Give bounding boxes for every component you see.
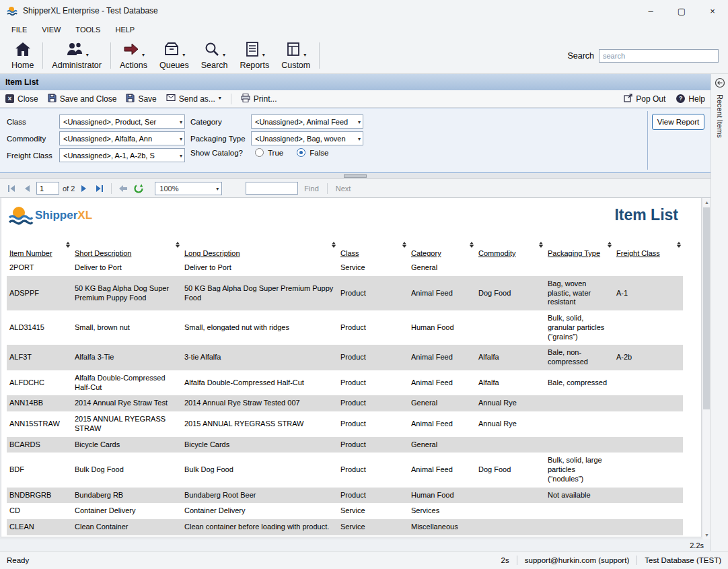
zoom-select[interactable]: 100% ▾	[155, 182, 222, 195]
send-as-button[interactable]: Send as... ▾	[166, 94, 221, 104]
help-button[interactable]: ? Help	[676, 94, 705, 104]
recent-items-panel[interactable]: Recent Items	[711, 74, 728, 551]
sort-icon[interactable]	[539, 242, 543, 248]
packaging-type-filter-select[interactable]: <Unassigned>, Bag, woven ▾	[251, 131, 363, 145]
table-cell: Product	[338, 370, 408, 396]
chevron-down-icon: ▾	[223, 53, 225, 59]
show-catalog-false-radio[interactable]	[297, 148, 305, 157]
first-page-button[interactable]	[5, 182, 17, 195]
show-catalog-true-radio[interactable]	[255, 148, 264, 157]
packaging-type-filter-label: Packaging Type	[190, 135, 251, 143]
reports-document-icon	[244, 41, 260, 59]
refresh-button[interactable]	[133, 182, 145, 195]
table-cell	[545, 260, 614, 276]
column-header-item-number[interactable]: Item Number	[7, 240, 72, 260]
column-header-category[interactable]: Category	[408, 240, 476, 260]
commodity-filter-select[interactable]: <Unassigned>, Alfalfa, Ann ▾	[59, 131, 185, 145]
report-vertical-scrollbar[interactable]: ▲ ▼	[702, 198, 711, 539]
sort-icon[interactable]	[66, 242, 70, 248]
category-filter-select[interactable]: <Unassigned>, Animal Feed ▾	[251, 114, 363, 129]
previous-page-button[interactable]	[21, 182, 33, 195]
chevron-down-icon: ▾	[219, 96, 221, 102]
table-cell: BCARDS	[7, 437, 72, 453]
sort-icon[interactable]	[176, 242, 180, 248]
scroll-up-icon[interactable]: ▲	[702, 198, 711, 207]
toolbar-button-search[interactable]: ▾ Search	[195, 39, 234, 72]
minimize-button[interactable]: –	[635, 0, 666, 22]
auto-hide-pin-icon[interactable]	[715, 77, 725, 90]
last-page-button[interactable]	[94, 182, 106, 195]
menu-view[interactable]: VIEW	[34, 23, 68, 36]
page-title: Item List	[5, 77, 38, 87]
menu-tools[interactable]: TOOLS	[68, 23, 108, 36]
menu-help[interactable]: HELP	[108, 23, 142, 36]
sort-icon[interactable]	[332, 242, 336, 248]
class-filter-value: <Unassigned>, Product, Ser	[63, 118, 156, 126]
column-header-class[interactable]: Class	[338, 240, 408, 260]
statusbar-separator	[517, 556, 517, 565]
chevron-down-icon: ▾	[358, 119, 361, 125]
save-button[interactable]: Save	[126, 94, 156, 104]
column-header-commodity[interactable]: Commodity	[476, 240, 545, 260]
global-search-input[interactable]	[599, 49, 719, 63]
table-cell	[476, 535, 545, 537]
table-cell: Product	[338, 345, 408, 370]
column-header-packaging-type[interactable]: Packaging Type	[545, 240, 614, 260]
pop-out-button[interactable]: Pop Out	[624, 94, 665, 104]
page-count-label: of 2	[63, 185, 75, 193]
view-report-button[interactable]: View Report	[652, 114, 704, 130]
toolbar-separator	[327, 183, 328, 194]
toolbar-button-queues[interactable]: ▾ Queues	[153, 39, 195, 72]
class-filter-label: Class	[7, 118, 59, 126]
toolbar-button-reports[interactable]: ▾ Reports	[233, 39, 275, 72]
table-cell: Animal Feed	[408, 411, 476, 437]
maximize-button[interactable]: ▢	[666, 0, 697, 22]
table-cell	[545, 535, 614, 537]
report-viewer-toolbar: of 2 100%	[0, 179, 711, 198]
toolbar-button-custom[interactable]: ▾ Custom	[275, 39, 316, 72]
column-header-freight-class[interactable]: Freight Class	[614, 240, 683, 260]
scrollbar-thumb[interactable]	[703, 207, 710, 409]
save-and-close-button[interactable]: Save and Close	[48, 94, 117, 104]
column-header-long-description[interactable]: Long Description	[182, 240, 338, 260]
next-page-button[interactable]	[78, 182, 90, 195]
toolbar-button-home[interactable]: Home	[5, 39, 40, 72]
find-text-input[interactable]	[246, 182, 298, 195]
close-record-button[interactable]: × Close	[5, 94, 38, 104]
chevron-down-icon: ▾	[182, 53, 185, 59]
recent-items-label[interactable]: Recent Items	[716, 94, 724, 138]
panel-splitter[interactable]	[0, 173, 711, 179]
table-cell: 2015 ANNUAL RYEGRASS STRAW	[72, 411, 182, 437]
menu-file[interactable]: FILE	[4, 23, 34, 36]
freight-class-filter-select[interactable]: <Unassigned>, A-1, A-2b, S ▾	[59, 148, 185, 162]
toolbar-button-actions[interactable]: ▾ Actions	[114, 39, 153, 72]
toolbar-button-administrator[interactable]: ▾ Administrator	[46, 39, 108, 72]
class-filter-select[interactable]: <Unassigned>, Product, Ser ▾	[59, 114, 185, 129]
current-page-input[interactable]	[36, 182, 59, 195]
sort-icon[interactable]	[677, 242, 681, 248]
find-next-button[interactable]: Next	[333, 185, 354, 193]
column-header-short-description[interactable]: Short Description	[72, 240, 182, 260]
back-to-parent-report-button[interactable]	[117, 182, 129, 195]
table-cell	[614, 260, 683, 276]
table-cell	[476, 437, 545, 453]
status-bar: Ready 2s support@hurkin.com (support) Te…	[0, 551, 728, 569]
table-row: ALF3TAlfalfa 3-Tie3-tie AlfalfaProductAn…	[7, 345, 683, 370]
find-button[interactable]: Find	[301, 185, 321, 193]
status-database: Test Database (TEST)	[645, 556, 721, 564]
sort-icon[interactable]	[608, 242, 612, 248]
splitter-grip-icon[interactable]	[344, 174, 367, 178]
scroll-down-icon[interactable]: ▼	[702, 531, 711, 539]
table-cell: Product	[338, 437, 408, 453]
toolbar-separator	[319, 42, 320, 69]
table-cell	[614, 535, 683, 537]
save-and-close-label: Save and Close	[60, 94, 117, 104]
sort-icon[interactable]	[402, 242, 406, 248]
close-window-button[interactable]: ×	[697, 0, 728, 22]
sort-icon[interactable]	[470, 242, 474, 248]
table-row: CDContainer DeliveryContainer DeliverySe…	[7, 503, 683, 519]
logo-wordmark: ShipperXL	[35, 209, 92, 222]
table-cell: 2PORT	[7, 260, 72, 276]
table-cell: Small, brown nut	[72, 310, 182, 345]
print-button[interactable]: Print...	[241, 94, 277, 104]
